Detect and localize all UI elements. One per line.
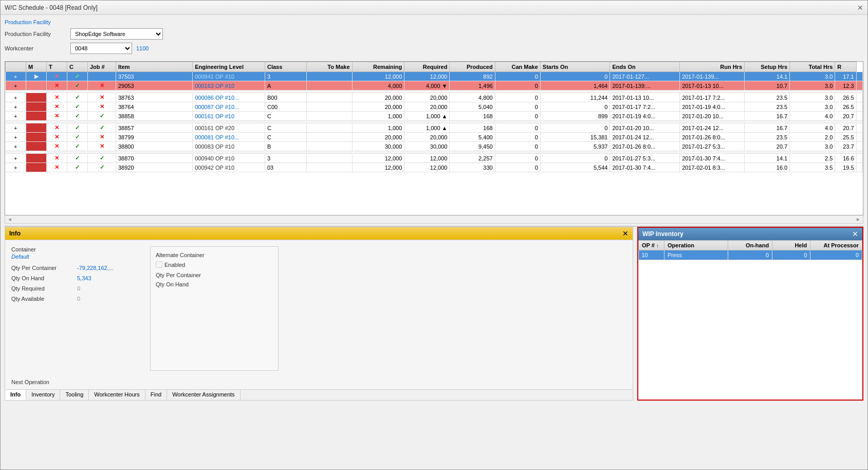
c-cell: ✓ [67, 112, 88, 121]
expand-cell[interactable]: + [6, 112, 26, 121]
window-title: W/C Schedule - 0048 [Read Only] [5, 4, 98, 11]
table-row[interactable]: + ✕ ✓ ✕ 38763 000086 OP #10... B00 20,00… [6, 93, 863, 102]
expand-cell[interactable]: + [6, 102, 26, 112]
item-cell[interactable]: 000161 OP #10 [193, 112, 265, 121]
col-header-canmake: Can Make [495, 62, 540, 72]
canmake-cell: 1,464 [540, 81, 610, 91]
table-row[interactable]: + ✕ ✓ ✓ 38920 000942 OP #10 03 12,000 12… [6, 163, 863, 172]
item-cell[interactable]: 000940 OP #10 [193, 154, 265, 163]
item-cell[interactable]: 000081 OP #10... [193, 133, 265, 142]
scroll-bar[interactable]: ◄ ► [5, 215, 863, 224]
item-cell[interactable]: 000163 OP #10 [193, 81, 265, 91]
item-cell[interactable]: 000083 OP #10 [193, 142, 265, 151]
m-cell [26, 102, 47, 112]
setuphrs-cell: 3.0 [790, 81, 835, 91]
tomake-cell: 1,000 [352, 123, 404, 133]
col-header-expand [6, 62, 26, 72]
wip-close-button[interactable]: ✕ [852, 230, 858, 238]
totalhrs-cell: 19.5 [835, 163, 856, 172]
tab-workcenter-hours[interactable]: Workcenter Hours [89, 390, 145, 400]
col-header-endson: Ends On [610, 62, 680, 72]
alt-enabled-row: Enabled [156, 261, 273, 268]
wip-inventory-table: OP # ↑ Operation On-hand Held At Process… [638, 240, 862, 260]
wip-col-operation: Operation [664, 241, 728, 250]
table-row[interactable]: + ✕ ✓ ✕ 38764 000087 OP #10... C00 20,00… [6, 102, 863, 112]
col-header-remaining: Remaining [352, 62, 404, 72]
qty-per-container-value: -79,228,162,... [77, 265, 114, 271]
close-button[interactable]: ✕ [857, 4, 863, 12]
t-cell: ✕ [47, 93, 67, 102]
tab-tooling[interactable]: Tooling [60, 390, 89, 400]
tab-find[interactable]: Find [145, 390, 167, 400]
wip-held-cell: 0 [772, 250, 810, 260]
required-cell: 1,496 [450, 81, 495, 91]
qty-available-value: 0 [77, 296, 80, 302]
expand-cell[interactable]: + [6, 93, 26, 102]
table-row[interactable]: + ✕ ✓ ✕ 38799 000081 OP #10... C 20,000 … [6, 133, 863, 142]
c2-cell: ✓ [88, 112, 116, 121]
startson-cell: 2017-01-127... [610, 72, 680, 81]
item-cell[interactable]: 000087 OP #10... [193, 102, 265, 112]
expand-cell[interactable]: + [6, 123, 26, 133]
workcenter-select[interactable]: 0048 [70, 43, 132, 54]
info-close-button[interactable]: ✕ [622, 229, 629, 238]
c-cell: ✓ [67, 133, 88, 142]
remaining-cell: 20,000 [404, 93, 450, 102]
schedule-grid: M T C Job # Item Engineering Level Class… [5, 61, 863, 215]
class-cell [307, 112, 352, 121]
class-cell [307, 81, 352, 91]
tomake-cell: 20,000 [352, 93, 404, 102]
produced-cell: 0 [495, 133, 540, 142]
item-cell[interactable]: 000086 OP #10... [193, 93, 265, 102]
tab-info[interactable]: Info [5, 390, 26, 400]
c-cell: ✓ [67, 81, 88, 91]
canmake-cell: 11,244 [540, 93, 610, 102]
alt-enabled-checkbox[interactable] [156, 261, 162, 268]
expand-cell[interactable]: + [6, 163, 26, 172]
item-cell[interactable]: 000161 OP #20 [193, 123, 265, 133]
table-row[interactable]: + ✕ ✓ ✓ 38857 000161 OP #20 C 1,000 1,00… [6, 123, 863, 133]
eng-cell: 3 [265, 154, 306, 163]
remaining-cell: 30,000 [404, 142, 450, 151]
eng-cell: B [265, 142, 306, 151]
eng-cell: C [265, 112, 306, 121]
table-row[interactable]: + ✕ ✓ ✓ 38858 000161 OP #10 C 1,000 1,00… [6, 112, 863, 121]
tab-workcenter-assignments[interactable]: Workcenter Assignments [167, 390, 240, 400]
col-header-t: T [47, 62, 67, 72]
qty-per-container-label: Qty Per Container [11, 265, 73, 271]
table-row[interactable]: + ✕ ✓ ✕ 29053 000163 OP #10 A 4,000 4,00… [6, 81, 863, 91]
production-facility-select[interactable]: ShopEdge Software [70, 28, 163, 40]
endson-cell: 2017-01-26 8:0... [680, 133, 745, 142]
expand-cell[interactable]: + [6, 154, 26, 163]
item-cell[interactable]: 000941 OP #10 [193, 72, 265, 81]
alt-qty-on-hand-label: Qty On Hand [156, 281, 189, 287]
production-facility-link[interactable]: Production Facility [5, 19, 51, 25]
production-facility-row: Production Facility ShopEdge Software [5, 28, 863, 40]
wip-inventory-panel: WIP Inventory ✕ OP # ↑ Operation On-hand… [637, 227, 863, 401]
remaining-cell: 12,000 [404, 72, 450, 81]
startson-cell: 2017-01-13 10... [610, 93, 680, 102]
totalhrs-cell: 20.7 [835, 123, 856, 133]
expand-cell[interactable]: + [6, 81, 26, 91]
table-row[interactable]: + ✕ ✓ ✓ 38870 000940 OP #10 3 12,000 12,… [6, 154, 863, 163]
col-header-produced: Produced [450, 62, 495, 72]
table-row[interactable]: + ▶ ✕ ✓ 37503 000941 OP #10 3 12,000 12,… [6, 72, 863, 81]
expand-cell[interactable]: + [6, 133, 26, 142]
required-cell: 9,450 [450, 142, 495, 151]
content-area: Production Facility Production Facility … [1, 15, 867, 469]
expand-cell[interactable]: + [6, 142, 26, 151]
wip-table-row[interactable]: 10 Press 0 0 0 [639, 250, 862, 260]
table-row[interactable]: + ✕ ✓ ✕ 38800 000083 OP #10 B 30,000 30,… [6, 142, 863, 151]
eng-cell: B00 [265, 93, 306, 102]
endson-cell: 2017-02-01 8:3... [680, 163, 745, 172]
expand-cell[interactable]: + [6, 72, 26, 81]
workcenter-label: Workcenter [5, 45, 66, 51]
wip-title: WIP Inventory [642, 230, 684, 238]
form-section: Production Facility Production Facility … [5, 19, 863, 57]
canmake-cell: 5,544 [540, 163, 610, 172]
tomake-cell: 12,000 [352, 154, 404, 163]
produced-cell: 0 [495, 93, 540, 102]
produced-cell: 0 [495, 102, 540, 112]
item-cell[interactable]: 000942 OP #10 [193, 163, 265, 172]
tab-inventory[interactable]: Inventory [26, 390, 60, 400]
